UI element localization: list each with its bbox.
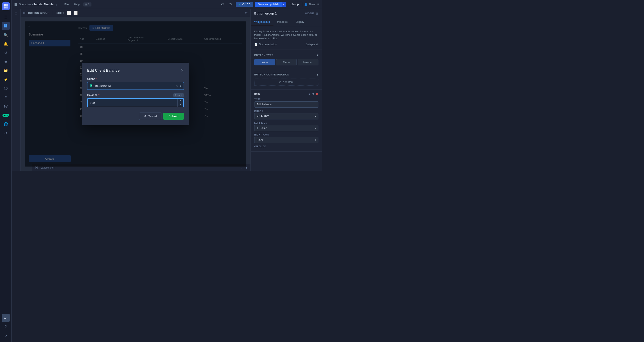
sidebar-icon-hamburger[interactable]: ☰ <box>2 13 10 21</box>
config-chevron[interactable]: ▾ <box>317 73 318 76</box>
required-indicator: * <box>96 77 96 81</box>
sidebar-icon-shuffle[interactable]: ⇄ <box>2 129 10 137</box>
collapse-icon[interactable]: ▲ <box>245 166 248 169</box>
view-play-icon: ▶ <box>298 3 300 6</box>
right-icon-dropdown[interactable]: Blank ▾ <box>254 137 318 143</box>
doc-icon: 📄 <box>254 43 258 46</box>
main-layout: ☰ ⊞ BUTTON GROUP │ SHIFT ← → 🗑 ⊞ Scenari <box>12 9 322 171</box>
breadcrumb-parent[interactable]: Scenarios <box>19 3 31 6</box>
balance-decrement-button[interactable]: ▼ <box>178 103 183 107</box>
right-panel: Button group 1 WIDGET ⊞ Widget setup Met… <box>250 9 322 171</box>
sidebar-icon-lightning[interactable]: ⚡ <box>2 75 10 83</box>
svg-rect-7 <box>6 26 8 27</box>
documentation-link[interactable]: 📄 Documentation <box>254 43 277 46</box>
delete-button[interactable]: 🗑 <box>245 11 248 14</box>
intent-field-label: INTENT <box>254 110 318 112</box>
page-icon: ☰ <box>14 3 17 6</box>
on-click-field-label: ON CLICK <box>254 145 318 148</box>
type-inline-button[interactable]: Inline <box>254 59 275 65</box>
submit-button[interactable]: Submit <box>163 113 184 120</box>
sidebar-icon-new-wrapper[interactable]: user <box>2 111 10 119</box>
sidebar-icon-new[interactable]: user <box>2 111 10 119</box>
item-move-down-button[interactable]: ▼ <box>312 92 315 96</box>
app-logo[interactable] <box>2 2 10 10</box>
variables-label[interactable]: Variables (5) <box>41 166 54 169</box>
right-panel-title: Button group 1 <box>254 12 276 15</box>
modal-overlay: Edit Client Balance ✕ Client * <box>25 21 246 167</box>
balance-increment-button[interactable]: ▲ <box>178 99 183 103</box>
item-header: Item ▲ ▼ ✕ <box>254 92 318 96</box>
page-icon-small: ⊞ <box>85 3 87 6</box>
file-menu-section: File Help ⊞ 1 <box>62 2 92 7</box>
toolbar-collapse-icon[interactable]: ☰ <box>13 11 19 17</box>
config-label: BUTTON CONFIGURATION ▾ <box>254 73 318 76</box>
undo-button[interactable]: ↺ <box>219 1 226 7</box>
type-two-part-button[interactable]: Two-part <box>298 59 318 65</box>
cancel-button[interactable]: ↺ Cancel <box>139 113 161 120</box>
panel-description: Display Buttons in a configurable layout… <box>254 30 318 40</box>
modal-close-button[interactable]: ✕ <box>180 68 184 73</box>
sidebar-icon-cube[interactable] <box>2 84 10 92</box>
view-button[interactable]: View ▶ <box>288 2 302 7</box>
tab-widget-setup[interactable]: Widget setup <box>251 18 274 26</box>
sidebar-icon-list[interactable]: ≡ <box>2 93 10 101</box>
intent-field-dropdown[interactable]: PRIMARY ▾ <box>254 113 318 119</box>
share-label: Share <box>308 3 316 6</box>
sidebar-icon-history[interactable]: ↺ <box>2 49 10 57</box>
sidebar-icon-grid[interactable] <box>2 22 10 30</box>
shift-label: SHIFT <box>56 12 64 14</box>
version-label: v0.10.0 <box>242 3 250 6</box>
left-icon-chevron: ▾ <box>314 127 316 130</box>
left-icon-dropdown[interactable]: $ Dollar ▾ <box>254 125 318 131</box>
file-menu[interactable]: File <box>62 2 70 7</box>
sidebar-icon-bell[interactable]: 🔔 <box>2 40 10 48</box>
modal-header: Edit Client Balance ✕ <box>87 68 184 73</box>
breadcrumb-current: Tutorial Module <box>34 3 53 6</box>
sidebar-icon-search[interactable]: 🔍 <box>2 31 10 39</box>
redo-button[interactable]: ↻ <box>228 1 234 7</box>
client-expand-button[interactable]: ▾ <box>180 84 181 88</box>
file-number-section: ⊞ 1 <box>83 2 92 6</box>
canvas-area: ⊞ BUTTON GROUP │ SHIFT ← → 🗑 ⊞ Scenarios… <box>20 9 250 171</box>
svg-rect-5 <box>6 24 8 26</box>
client-document-icon <box>90 84 93 88</box>
favorite-icon[interactable]: ☆ <box>54 3 57 6</box>
help-menu[interactable]: Help <box>72 2 82 7</box>
collapse-all-button[interactable]: Collapse all <box>306 43 318 46</box>
share-button[interactable]: 👤 Share <box>304 3 316 6</box>
save-publish-button[interactable]: Save and publish <box>255 2 282 7</box>
share-icon: 👤 <box>304 3 308 6</box>
tab-metadata[interactable]: Metadata <box>274 18 292 26</box>
item-move-up-button[interactable]: ▲ <box>308 92 311 96</box>
item-delete-button[interactable]: ✕ <box>316 92 318 96</box>
svg-rect-9 <box>90 85 92 85</box>
version-button[interactable]: ✓ v0.10.0 <box>236 2 253 7</box>
text-field-value[interactable]: Edit balance <box>254 101 318 108</box>
svg-rect-2 <box>4 6 6 8</box>
type-menu-button[interactable]: Menu <box>276 59 297 65</box>
button-type-chevron[interactable]: ▾ <box>317 53 318 57</box>
reset-icon: ↺ <box>144 115 146 118</box>
save-publish-dropdown[interactable]: ▾ <box>282 2 286 7</box>
dollar-icon-small: $ <box>257 127 258 130</box>
nav-prev-button[interactable]: ← <box>67 11 71 15</box>
overflow-menu-button[interactable]: ≡ <box>317 2 319 6</box>
nav-next-button[interactable]: → <box>74 11 78 15</box>
balance-input-wrapper: ▲ ▼ <box>87 98 184 107</box>
panel-settings-button[interactable]: ⊞ <box>316 12 318 15</box>
client-clear-button[interactable]: ✕ <box>175 84 178 88</box>
left-icon-value: Dollar <box>260 127 266 130</box>
button-type-options: Inline Menu Two-part <box>254 59 318 65</box>
sidebar-icon-folder[interactable]: 📁 <box>2 66 10 75</box>
save-publish-group: Save and publish ▾ <box>255 2 286 7</box>
filter-icon[interactable]: ⬦ <box>241 166 242 169</box>
view-label: View <box>291 3 296 6</box>
tab-display[interactable]: Display <box>292 18 308 26</box>
svg-rect-6 <box>4 26 6 27</box>
add-item-button[interactable]: ⊕ Add Item <box>254 79 318 86</box>
sidebar-icon-globe[interactable]: 🌐 <box>2 120 10 128</box>
sidebar-icon-star[interactable]: ★ <box>2 58 10 66</box>
balance-input[interactable] <box>88 99 177 107</box>
sidebar-icon-layers[interactable] <box>2 102 10 110</box>
item-section: Item ▲ ▼ ✕ TEXT Edit balance INTENT PRIM… <box>251 90 322 152</box>
